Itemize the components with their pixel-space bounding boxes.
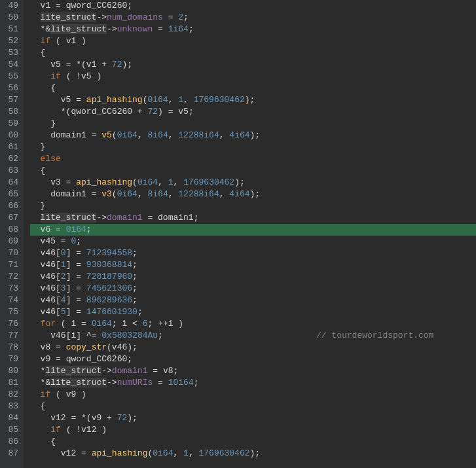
code-line[interactable]: v9 = qword_CC6260; [30, 353, 476, 365]
code-line[interactable]: } [30, 200, 476, 212]
token-var: v46 [50, 331, 65, 340]
token-var: v12 [81, 425, 96, 435]
token-op: = [71, 283, 86, 293]
code-line[interactable]: { [30, 436, 476, 448]
token-field: domain1 [112, 366, 148, 376]
code-line[interactable]: { [30, 47, 476, 59]
token-op: ! [76, 425, 81, 435]
token-punc: ] [76, 331, 81, 340]
line-number: 61 [4, 141, 18, 153]
code-editor[interactable]: 4950515253545556575859606162636465666768… [0, 0, 476, 468]
code-line[interactable]: { [30, 82, 476, 94]
code-line[interactable]: { [30, 401, 476, 412]
token-op: *( [81, 413, 92, 423]
code-line[interactable]: v46[2] = 728187960; [30, 271, 476, 283]
token-punc: { [50, 83, 56, 93]
token-punc: , [158, 177, 168, 187]
line-number: 67 [4, 212, 18, 224]
token-op: = [71, 272, 86, 281]
token-punc: ; [148, 319, 158, 329]
token-var: v46 [41, 272, 56, 281]
code-line[interactable]: v3 = api_hashing(0i64, 1, 1769630462); [30, 177, 476, 189]
token-op: *& [41, 378, 51, 387]
token-ind [30, 24, 41, 34]
code-line[interactable]: v46[4] = 896289636; [30, 295, 476, 306]
code-line[interactable]: if ( v9 ) [30, 389, 476, 401]
token-punc: { [41, 48, 46, 58]
token-num: 8i64 [147, 189, 168, 199]
token-txt: ( [50, 36, 65, 46]
token-op: = [50, 1, 65, 10]
token-ind [30, 142, 41, 152]
token-numhex: 0x5803284Au [101, 331, 158, 340]
token-var: v46 [41, 283, 56, 293]
token-punc: ( [112, 189, 117, 199]
code-line[interactable]: v1 = qword_CC6260; [30, 0, 476, 12]
token-op: = [56, 236, 71, 246]
code-line[interactable]: v12 = api_hashing(0i64, 1, 1769630462); [30, 448, 476, 459]
code-line[interactable]: v6 = 0i64; [30, 224, 476, 236]
token-field: domain1 [107, 213, 143, 223]
code-line[interactable]: domain1 = v3(0i64, 8i64, 12288i64, 4i64)… [30, 189, 476, 200]
token-num: 2 [178, 12, 183, 22]
code-line[interactable]: *(qword_CC6260 + 72) = v5; [30, 106, 476, 118]
code-line[interactable]: for ( i = 0i64; i < 6; ++i ) [30, 318, 476, 330]
token-var: v5 [81, 71, 92, 81]
token-var: v46 [41, 307, 56, 317]
token-func: api_hashing [76, 177, 132, 187]
code-line[interactable]: v46[0] = 712394558; [30, 247, 476, 259]
code-line[interactable]: *&lite_struct->numURIs = 10i64; [30, 377, 476, 389]
code-line[interactable]: } [30, 118, 476, 130]
code-line[interactable]: } [30, 141, 476, 153]
token-op: = [71, 248, 86, 258]
code-line[interactable]: v46[i] ^= 0x5803284Au; // tourdeworldspo… [30, 330, 476, 342]
token-op: = [50, 354, 65, 364]
token-punc: { [41, 401, 46, 411]
code-line[interactable]: if ( !v5 ) [30, 71, 476, 82]
token-op: = [71, 295, 86, 305]
token-punc: ); [234, 177, 245, 187]
token-punc: ; [127, 1, 132, 10]
line-number: 52 [4, 35, 18, 47]
token-punc: { [41, 166, 46, 175]
code-line[interactable]: v45 = 0; [30, 236, 476, 247]
token-ind [30, 401, 41, 411]
code-line[interactable]: else [30, 153, 476, 165]
code-line[interactable]: if ( !v12 ) [30, 424, 476, 436]
code-line[interactable]: v5 = *(v1 + 72); [30, 59, 476, 71]
code-area[interactable]: v1 = qword_CC6260; lite_struct->num_doma… [24, 0, 476, 468]
token-kw: if [50, 425, 61, 435]
token-op: ! [76, 71, 81, 81]
code-line[interactable]: *&lite_struct->unknown = 1i64; [30, 24, 476, 35]
code-line[interactable]: lite_struct->num_domains = 2; [30, 12, 476, 24]
code-line[interactable]: if ( v1 ) [30, 35, 476, 47]
code-line[interactable]: v12 = *(v9 + 72); [30, 412, 476, 424]
code-line[interactable]: v5 = api_hashing(0i64, 1, 1769630462); [30, 94, 476, 106]
code-line[interactable]: v8 = copy_str(v46); [30, 342, 476, 353]
code-line[interactable]: v46[3] = 745621306; [30, 283, 476, 295]
code-line[interactable]: *lite_struct->domain1 = v8; [30, 365, 476, 377]
line-number: 73 [4, 283, 18, 295]
token-num: 72 [117, 413, 128, 423]
line-number: 81 [4, 377, 18, 389]
line-number: 64 [4, 177, 18, 189]
code-line[interactable]: { [30, 165, 476, 177]
token-punc: ; [76, 236, 81, 246]
token-punc: , [137, 130, 148, 140]
token-num: 0i64 [153, 448, 173, 458]
token-punc: ); [127, 342, 137, 352]
token-ind [30, 389, 41, 399]
code-line[interactable]: domain1 = v5(0i64, 8i64, 12288i64, 4i64)… [30, 130, 476, 141]
token-num: 72 [147, 107, 158, 117]
token-func: api_hashing [92, 448, 148, 458]
code-line[interactable]: v46[5] = 1476601930; [30, 306, 476, 318]
token-punc: [ [56, 272, 61, 281]
token-ind [30, 60, 50, 69]
token-func: v5 [101, 130, 112, 140]
token-var: v12 [50, 413, 65, 423]
code-line[interactable]: lite_struct->domain1 = domain1; [30, 212, 476, 224]
token-ind [30, 425, 50, 435]
token-op: < [127, 319, 142, 329]
code-line[interactable]: v46[1] = 930368814; [30, 259, 476, 271]
line-number: 70 [4, 247, 18, 259]
